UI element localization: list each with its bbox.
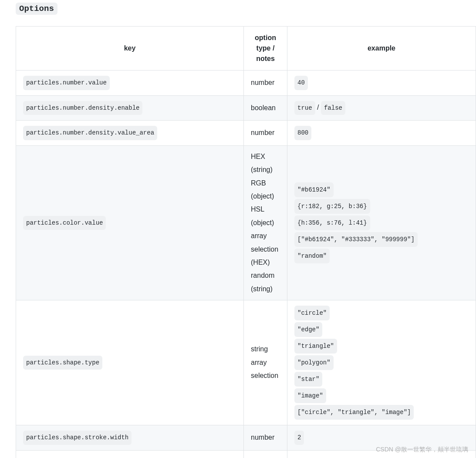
heading-code: Options (16, 3, 57, 15)
example-cell: 2 (287, 425, 476, 451)
example-code: "image" (294, 388, 326, 403)
table-row: particles.number.density.value_areanumbe… (16, 121, 476, 146)
example-code: ["circle", "triangle", "image"] (294, 405, 414, 420)
example-code: true (294, 101, 315, 115)
table-header-row: key option type / notes example (16, 27, 476, 71)
example-cell: 800 (287, 121, 476, 146)
example-code: false (321, 101, 345, 115)
example-code: {r:182, g:25, b:36} (294, 199, 370, 214)
example-cell: true / false (287, 95, 476, 121)
key-cell: particles.number.density.enable (16, 95, 244, 121)
key-code: particles.color.value (23, 216, 106, 230)
example-code: 2 (294, 431, 304, 445)
type-cell: HEX (string) (244, 450, 287, 458)
table-row: particles.number.valuenumber40 (16, 71, 476, 96)
example-code: 800 (294, 126, 311, 140)
example-code: "circle" (294, 306, 330, 320)
key-cell: particles.shape.stroke.width (16, 425, 244, 451)
key-cell: particles.color.value (16, 145, 244, 300)
table-row: particles.number.density.enablebooleantr… (16, 95, 476, 121)
section-heading: Options (0, 0, 476, 16)
key-code: particles.number.value (23, 76, 110, 90)
header-type: option type / notes (244, 27, 287, 71)
example-code: "edge" (294, 322, 322, 337)
example-cell: "#b61924"{r:182, g:25, b:36}{h:356, s:76… (287, 145, 476, 300)
example-code: "triangle" (294, 339, 337, 354)
example-code: {h:356, s:76, l:41} (294, 216, 370, 230)
example-code: "#b61924" (294, 182, 334, 197)
key-cell: particles.shape.type (16, 300, 244, 425)
example-cell: "#222222" (287, 450, 476, 458)
type-cell: number (244, 425, 287, 451)
key-cell: particles.number.value (16, 71, 244, 96)
example-code: 40 (294, 76, 308, 90)
type-cell: number (244, 71, 287, 96)
table-row: particles.shape.typestring array selecti… (16, 300, 476, 425)
table-row: particles.shape.stroke.widthnumber2 (16, 425, 476, 451)
type-cell: number (244, 121, 287, 146)
type-cell: boolean (244, 95, 287, 121)
example-cell: 40 (287, 71, 476, 96)
key-cell: particles.number.density.value_area (16, 121, 244, 146)
example-cell: "circle""edge""triangle""polygon""star""… (287, 300, 476, 425)
key-code: particles.shape.type (23, 356, 102, 370)
header-example: example (287, 27, 476, 71)
example-code: ["#b61924", "#333333", "999999"] (294, 232, 418, 247)
table-row: particles.shape.stroke.colorHEX (string)… (16, 450, 476, 458)
table-row: particles.color.valueHEX (string) RGB (o… (16, 145, 476, 300)
options-table: key option type / notes example particle… (16, 26, 476, 458)
header-key: key (16, 27, 244, 71)
example-code: "star" (294, 372, 322, 387)
key-cell: particles.shape.stroke.color (16, 450, 244, 458)
key-code: particles.number.density.value_area (23, 126, 157, 140)
type-cell: string array selection (244, 300, 287, 425)
example-code: "random" (294, 249, 330, 263)
example-code: "polygon" (294, 355, 334, 370)
type-cell: HEX (string) RGB (object) HSL (object) a… (244, 145, 287, 300)
key-code: particles.number.density.enable (23, 101, 142, 115)
key-code: particles.shape.stroke.width (23, 431, 132, 445)
